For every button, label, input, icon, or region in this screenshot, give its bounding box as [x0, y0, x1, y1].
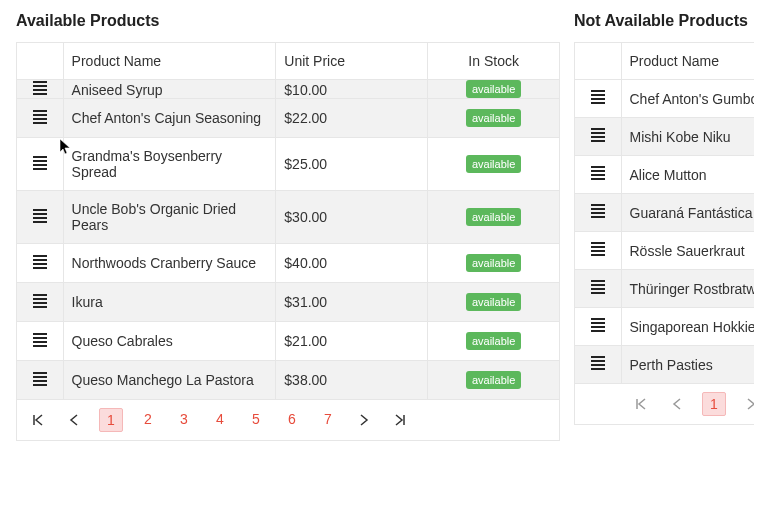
not-available-products-title: Not Available Products	[574, 12, 754, 30]
table-row[interactable]: Mishi Kobe Niku	[575, 118, 755, 156]
drag-handle-icon[interactable]	[33, 209, 47, 223]
drag-handle-icon[interactable]	[591, 318, 605, 332]
unit-price-cell: $25.00	[284, 156, 327, 172]
product-name-cell: Queso Manchego La Pastora	[72, 372, 254, 388]
pager-prev-icon[interactable]	[666, 393, 688, 415]
product-name-cell: Ikura	[72, 294, 103, 310]
product-name-cell: Aniseed Syrup	[72, 82, 163, 98]
table-row[interactable]: Aniseed Syrup$10.00available	[17, 80, 560, 99]
drag-handle-icon[interactable]	[33, 333, 47, 347]
unit-price-cell: $40.00	[284, 255, 327, 271]
unit-price-cell: $38.00	[284, 372, 327, 388]
drag-handle-icon[interactable]	[591, 204, 605, 218]
product-name-cell: Queso Cabrales	[72, 333, 173, 349]
unit-price-cell: $22.00	[284, 110, 327, 126]
product-name-cell: Singaporean Hokkien Fried Mee	[630, 319, 755, 335]
in-stock-column-header[interactable]: In Stock	[428, 43, 560, 80]
drag-handle-icon[interactable]	[33, 372, 47, 386]
drag-column-header	[17, 43, 64, 80]
drag-handle-icon[interactable]	[33, 81, 47, 95]
pager-next-icon[interactable]	[740, 393, 754, 415]
table-row[interactable]: Queso Cabrales$21.00available	[17, 322, 560, 361]
product-name-column-header[interactable]: Product Name	[621, 43, 754, 80]
available-badge: available	[466, 371, 521, 389]
table-row[interactable]: Singaporean Hokkien Fried Mee	[575, 308, 755, 346]
not-available-products-pager: 1	[574, 384, 754, 425]
available-products-table: Product Name Unit Price In Stock Aniseed…	[16, 42, 560, 400]
available-products-pager: 1234567	[16, 400, 560, 441]
drag-handle-icon[interactable]	[591, 90, 605, 104]
unit-price-cell: $31.00	[284, 294, 327, 310]
product-name-cell: Chef Anton's Cajun Seasoning	[72, 110, 261, 126]
pager-page-7[interactable]: 7	[317, 408, 339, 430]
not-available-products-table: Product Name Chef Anton's Gumbo MixMishi…	[574, 42, 754, 384]
product-name-cell: Perth Pasties	[630, 357, 713, 373]
pager-page-1[interactable]: 1	[99, 408, 123, 432]
pager-first-icon[interactable]	[27, 409, 49, 431]
table-row[interactable]: Rössle Sauerkraut	[575, 232, 755, 270]
table-row[interactable]: Chef Anton's Cajun Seasoning$22.00availa…	[17, 99, 560, 138]
table-row[interactable]: Northwoods Cranberry Sauce$40.00availabl…	[17, 244, 560, 283]
available-products-panel: Available Products Product Name Unit Pri…	[16, 4, 560, 524]
drag-handle-icon[interactable]	[591, 128, 605, 142]
pager-page-4[interactable]: 4	[209, 408, 231, 430]
pager-page-5[interactable]: 5	[245, 408, 267, 430]
unit-price-cell: $30.00	[284, 209, 327, 225]
drag-handle-icon[interactable]	[591, 280, 605, 294]
product-name-cell: Guaraná Fantástica	[630, 205, 753, 221]
pager-page-1[interactable]: 1	[702, 392, 726, 416]
product-name-cell: Chef Anton's Gumbo Mix	[630, 91, 755, 107]
product-name-cell: Thüringer Rostbratwurst	[630, 281, 755, 297]
product-name-cell: Alice Mutton	[630, 167, 707, 183]
pager-last-icon[interactable]	[389, 409, 411, 431]
available-products-title: Available Products	[16, 12, 560, 30]
table-row[interactable]: Queso Manchego La Pastora$38.00available	[17, 361, 560, 400]
pager-page-3[interactable]: 3	[173, 408, 195, 430]
available-badge: available	[466, 332, 521, 350]
product-name-cell: Uncle Bob's Organic Dried Pears	[72, 201, 237, 233]
product-name-cell: Grandma's Boysenberry Spread	[72, 148, 223, 180]
table-row[interactable]: Guaraná Fantástica	[575, 194, 755, 232]
product-name-cell: Rössle Sauerkraut	[630, 243, 745, 259]
drag-handle-icon[interactable]	[591, 166, 605, 180]
table-row[interactable]: Uncle Bob's Organic Dried Pears$30.00ava…	[17, 191, 560, 244]
product-name-cell: Northwoods Cranberry Sauce	[72, 255, 256, 271]
available-badge: available	[466, 109, 521, 127]
drag-handle-icon[interactable]	[33, 156, 47, 170]
not-available-products-panel: Not Available Products Product Name Chef…	[574, 4, 754, 524]
available-badge: available	[466, 208, 521, 226]
table-row[interactable]: Grandma's Boysenberry Spread$25.00availa…	[17, 138, 560, 191]
unit-price-cell: $21.00	[284, 333, 327, 349]
table-row[interactable]: Chef Anton's Gumbo Mix	[575, 80, 755, 118]
pager-first-icon[interactable]	[630, 393, 652, 415]
available-badge: available	[466, 80, 521, 98]
pager-page-6[interactable]: 6	[281, 408, 303, 430]
pager-page-2[interactable]: 2	[137, 408, 159, 430]
unit-price-column-header[interactable]: Unit Price	[276, 43, 428, 80]
drag-handle-icon[interactable]	[591, 242, 605, 256]
drag-handle-icon[interactable]	[33, 110, 47, 124]
table-row[interactable]: Ikura$31.00available	[17, 283, 560, 322]
product-name-column-header[interactable]: Product Name	[63, 43, 276, 80]
drag-column-header	[575, 43, 622, 80]
drag-handle-icon[interactable]	[591, 356, 605, 370]
product-name-cell: Mishi Kobe Niku	[630, 129, 731, 145]
table-row[interactable]: Thüringer Rostbratwurst	[575, 270, 755, 308]
table-row[interactable]: Alice Mutton	[575, 156, 755, 194]
drag-handle-icon[interactable]	[33, 294, 47, 308]
table-row[interactable]: Perth Pasties	[575, 346, 755, 384]
drag-handle-icon[interactable]	[33, 255, 47, 269]
pager-next-icon[interactable]	[353, 409, 375, 431]
unit-price-cell: $10.00	[284, 82, 327, 98]
available-badge: available	[466, 254, 521, 272]
available-badge: available	[466, 293, 521, 311]
pager-prev-icon[interactable]	[63, 409, 85, 431]
available-badge: available	[466, 155, 521, 173]
